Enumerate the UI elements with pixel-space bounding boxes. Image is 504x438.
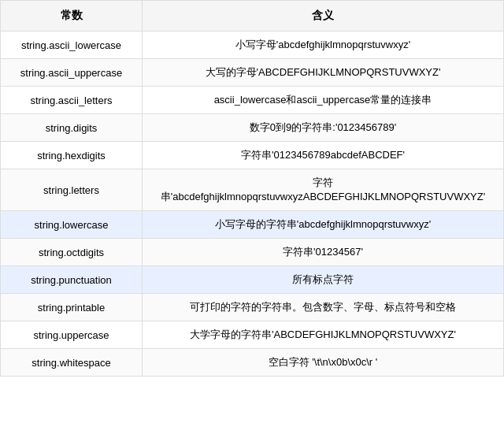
- constant-meaning: 空白字符 '\t\n\x0b\x0c\r ': [143, 349, 504, 377]
- table-row: string.octdigits字符串'01234567': [1, 239, 504, 266]
- constant-meaning: 小写字母'abcdefghijklmnopqrstuvwxyz': [143, 32, 504, 59]
- constant-meaning: 字符串'01234567': [143, 239, 504, 266]
- constant-meaning: 字符串'0123456789abcdefABCDEF': [143, 142, 504, 169]
- constant-name: string.ascii_uppercase: [1, 59, 143, 87]
- constant-meaning: ascii_lowercase和ascii_uppercase常量的连接串: [143, 87, 504, 114]
- constant-meaning: 小写字母的字符串'abcdefghijklmnopqrstuvwxyz': [143, 211, 504, 239]
- table-row: string.printable可打印的字符的字符串。包含数字、字母、标点符号和…: [1, 294, 504, 321]
- constant-name: string.lowercase: [1, 211, 143, 239]
- constant-meaning: 所有标点字符: [143, 266, 504, 294]
- constant-name: string.printable: [1, 294, 143, 321]
- constant-meaning: 可打印的字符的字符串。包含数字、字母、标点符号和空格: [143, 294, 504, 321]
- constant-meaning: 字符串'abcdefghijklmnopqrstuvwxyzABCDEFGHIJ…: [143, 169, 504, 211]
- constant-name: string.octdigits: [1, 239, 143, 266]
- constant-name: string.uppercase: [1, 321, 143, 349]
- header-meaning: 含义: [143, 1, 504, 32]
- table-row: string.ascii_lettersascii_lowercase和asci…: [1, 87, 504, 114]
- table-row: string.digits数字0到9的字符串:'0123456789': [1, 114, 504, 142]
- table-row: string.uppercase大学字母的字符串'ABCDEFGHIJKLMNO…: [1, 321, 504, 349]
- table-row: string.letters字符串'abcdefghijklmnopqrstuv…: [1, 169, 504, 211]
- constant-meaning: 大学字母的字符串'ABCDEFGHIJKLMNOPQRSTUVWXYZ': [143, 321, 504, 349]
- table-row: string.punctuation所有标点字符: [1, 266, 504, 294]
- table-row: string.hexdigits字符串'0123456789abcdefABCD…: [1, 142, 504, 169]
- constant-meaning: 大写的字母'ABCDEFGHIJKLMNOPQRSTUVWXYZ': [143, 59, 504, 87]
- constant-name: string.letters: [1, 169, 143, 211]
- constant-meaning: 数字0到9的字符串:'0123456789': [143, 114, 504, 142]
- table-row: string.ascii_uppercase大写的字母'ABCDEFGHIJKL…: [1, 59, 504, 87]
- table-row: string.whitespace空白字符 '\t\n\x0b\x0c\r ': [1, 349, 504, 377]
- constant-name: string.hexdigits: [1, 142, 143, 169]
- table-row: string.lowercase小写字母的字符串'abcdefghijklmno…: [1, 211, 504, 239]
- constant-name: string.punctuation: [1, 266, 143, 294]
- constant-name: string.digits: [1, 114, 143, 142]
- header-constant: 常数: [1, 1, 143, 32]
- table-row: string.ascii_lowercase小写字母'abcdefghijklm…: [1, 32, 504, 59]
- constant-name: string.whitespace: [1, 349, 143, 377]
- constants-table: 常数 含义 string.ascii_lowercase小写字母'abcdefg…: [0, 0, 504, 377]
- constant-name: string.ascii_letters: [1, 87, 143, 114]
- constant-name: string.ascii_lowercase: [1, 32, 143, 59]
